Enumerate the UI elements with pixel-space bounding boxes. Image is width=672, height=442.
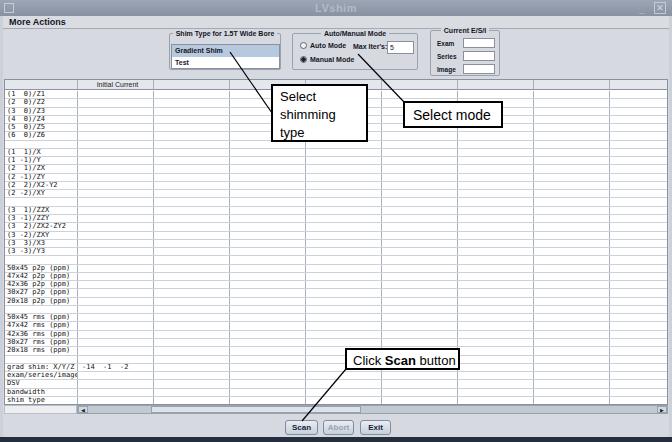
data-cell[interactable] (78, 149, 154, 156)
data-cell[interactable] (610, 289, 667, 296)
data-cell[interactable] (78, 190, 154, 197)
data-cell[interactable] (610, 108, 667, 115)
data-cell[interactable] (610, 322, 667, 329)
data-cell[interactable] (306, 174, 382, 181)
data-cell[interactable] (306, 157, 382, 164)
data-cell[interactable] (382, 372, 458, 379)
data-cell[interactable] (610, 339, 667, 346)
data-cell[interactable] (534, 223, 610, 230)
data-cell[interactable] (78, 132, 154, 139)
data-cell[interactable] (306, 331, 382, 338)
data-cell[interactable] (154, 306, 230, 313)
data-cell[interactable] (534, 149, 610, 156)
data-cell[interactable] (610, 232, 667, 239)
data-cell[interactable] (458, 256, 534, 263)
data-cell[interactable] (610, 397, 667, 404)
data-cell[interactable] (610, 356, 667, 363)
data-cell[interactable] (458, 273, 534, 280)
data-cell[interactable] (154, 223, 230, 230)
data-cell[interactable] (78, 331, 154, 338)
data-cell[interactable] (534, 124, 610, 131)
data-cell[interactable] (534, 174, 610, 181)
data-cell[interactable] (610, 281, 667, 288)
data-cell[interactable] (458, 265, 534, 272)
data-cell[interactable] (230, 149, 306, 156)
data-cell[interactable] (458, 248, 534, 255)
data-cell[interactable] (154, 157, 230, 164)
data-cell[interactable] (382, 190, 458, 197)
data-cell[interactable] (458, 281, 534, 288)
data-cell[interactable] (610, 215, 667, 222)
data-cell[interactable] (154, 165, 230, 172)
data-cell[interactable] (306, 149, 382, 156)
data-cell[interactable] (78, 265, 154, 272)
data-cell[interactable] (230, 273, 306, 280)
data-cell[interactable] (610, 380, 667, 387)
data-cell[interactable] (230, 289, 306, 296)
data-cell[interactable] (306, 339, 382, 346)
data-cell[interactable] (382, 248, 458, 255)
data-cell[interactable] (306, 322, 382, 329)
data-cell[interactable] (610, 198, 667, 205)
data-cell[interactable] (534, 215, 610, 222)
data-cell[interactable] (534, 389, 610, 396)
data-cell[interactable] (382, 331, 458, 338)
data-cell[interactable] (154, 91, 230, 98)
data-cell[interactable] (154, 207, 230, 214)
data-cell[interactable] (534, 364, 610, 371)
data-cell[interactable] (306, 298, 382, 305)
data-cell[interactable] (306, 215, 382, 222)
data-cell[interactable] (458, 232, 534, 239)
data-cell[interactable] (534, 116, 610, 123)
data-cell[interactable] (382, 339, 458, 346)
data-cell[interactable] (306, 223, 382, 230)
data-cell[interactable] (154, 356, 230, 363)
data-cell[interactable] (154, 132, 230, 139)
data-cell[interactable] (306, 190, 382, 197)
data-cell[interactable] (230, 265, 306, 272)
data-cell[interactable] (382, 281, 458, 288)
data-cell[interactable] (154, 281, 230, 288)
data-cell[interactable] (534, 265, 610, 272)
data-cell[interactable] (458, 289, 534, 296)
data-cell[interactable] (382, 273, 458, 280)
data-cell[interactable] (306, 248, 382, 255)
shim-type-list[interactable]: Gradient Shim Test (171, 44, 280, 69)
data-cell[interactable] (230, 347, 306, 354)
data-cell[interactable] (610, 91, 667, 98)
data-cell[interactable] (230, 174, 306, 181)
data-cell[interactable] (230, 397, 306, 404)
data-cell[interactable] (230, 339, 306, 346)
data-cell[interactable] (382, 182, 458, 189)
data-cell[interactable] (78, 298, 154, 305)
data-cell[interactable] (230, 389, 306, 396)
data-cell[interactable] (534, 132, 610, 139)
data-cell[interactable] (230, 248, 306, 255)
data-cell[interactable] (306, 380, 382, 387)
data-cell[interactable] (382, 141, 458, 148)
shim-type-option-test[interactable]: Test (172, 57, 279, 69)
titlebar[interactable]: LVshim _ ✕ (0, 0, 672, 16)
data-cell[interactable] (78, 165, 154, 172)
max-iters-field[interactable]: 5 (387, 41, 414, 54)
data-cell[interactable] (230, 322, 306, 329)
data-cell[interactable] (382, 265, 458, 272)
data-cell[interactable] (78, 380, 154, 387)
data-cell[interactable] (534, 190, 610, 197)
data-cell[interactable] (534, 331, 610, 338)
data-cell[interactable] (78, 141, 154, 148)
data-cell[interactable] (154, 298, 230, 305)
data-cell[interactable] (534, 198, 610, 205)
data-cell[interactable] (382, 174, 458, 181)
data-cell[interactable] (458, 165, 534, 172)
data-cell[interactable] (306, 165, 382, 172)
data-cell[interactable] (610, 372, 667, 379)
data-cell[interactable] (230, 157, 306, 164)
data-cell[interactable] (78, 232, 154, 239)
data-cell[interactable] (610, 256, 667, 263)
data-cell[interactable] (230, 165, 306, 172)
data-cell[interactable] (78, 347, 154, 354)
close-button[interactable]: ✕ (654, 2, 666, 14)
scrollbar-right-arrow-icon[interactable]: ▶ (657, 406, 667, 413)
data-cell[interactable] (610, 306, 667, 313)
